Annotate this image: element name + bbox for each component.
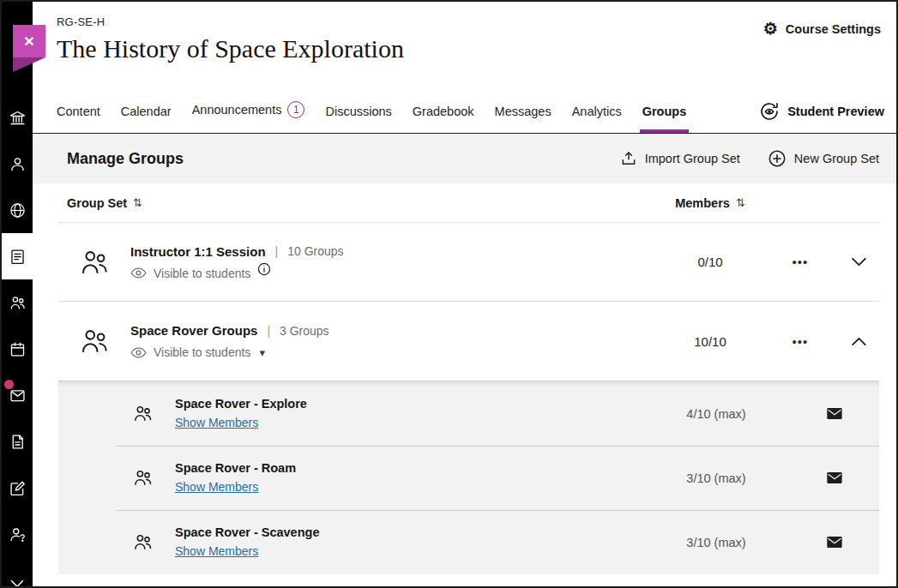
tab-gradebook[interactable]: Gradebook bbox=[413, 105, 474, 133]
group-icon bbox=[132, 467, 154, 489]
sidebar-item-institution[interactable] bbox=[2, 94, 33, 141]
course-header: RG-SE-H The History of Space Exploration… bbox=[33, 2, 896, 89]
group-icon bbox=[132, 403, 154, 424]
sidebar-nav bbox=[2, 94, 33, 557]
new-group-set-button[interactable]: New Group Set bbox=[768, 149, 879, 168]
eye-icon bbox=[130, 347, 147, 358]
sidebar-item-organizations[interactable] bbox=[2, 187, 33, 233]
group-set-row: Space Rover Groups | 3 Groups Visible to… bbox=[58, 302, 879, 381]
course-title: The History of Space Exploration bbox=[57, 34, 404, 63]
tab-content[interactable]: Content bbox=[57, 105, 100, 133]
show-members-link[interactable]: Show Members bbox=[175, 480, 258, 494]
sidebar-collapse-button[interactable] bbox=[2, 579, 33, 588]
group-table-header: Group Set ⇅ Members ⇅ bbox=[58, 183, 879, 223]
group-members-count: 3/10 (max) bbox=[643, 536, 789, 549]
group-count: 10 Groups bbox=[287, 244, 343, 258]
sort-members-button[interactable]: Members ⇅ bbox=[675, 196, 745, 210]
chevron-down-icon bbox=[851, 257, 867, 267]
envelope-icon bbox=[827, 537, 842, 548]
ellipsis-icon: ••• bbox=[793, 334, 809, 349]
show-members-link[interactable]: Show Members bbox=[175, 544, 258, 558]
tab-announcements[interactable]: Announcements 1 bbox=[192, 101, 305, 133]
compose-icon bbox=[9, 479, 27, 497]
app-window: ✕ bbox=[0, 0, 898, 588]
announcements-count-badge: 1 bbox=[287, 101, 304, 118]
student-preview-icon bbox=[759, 101, 780, 122]
community-icon bbox=[9, 294, 27, 312]
course-settings-button[interactable]: ⚙ Course Settings bbox=[763, 21, 881, 37]
group-name: Space Rover - Explore bbox=[175, 397, 643, 411]
messages-icon bbox=[9, 387, 27, 405]
close-icon: ✕ bbox=[23, 33, 34, 50]
sidebar-item-help[interactable] bbox=[2, 511, 33, 557]
close-button-fold bbox=[13, 57, 45, 72]
show-members-link[interactable]: Show Members bbox=[175, 416, 258, 429]
message-group-button[interactable] bbox=[789, 537, 879, 548]
tab-groups[interactable]: Groups bbox=[642, 105, 687, 133]
course-settings-label: Course Settings bbox=[786, 22, 881, 36]
caret-down-icon: ▾ bbox=[259, 346, 265, 359]
sidebar-item-documents[interactable] bbox=[2, 418, 33, 465]
group-set-name[interactable]: Instructor 1:1 Session bbox=[130, 244, 266, 259]
group-count: 3 Groups bbox=[280, 324, 329, 338]
group-members-count: 4/10 (max) bbox=[643, 407, 789, 421]
sidebar-item-profile[interactable] bbox=[2, 141, 33, 187]
sidebar-item-messages[interactable] bbox=[2, 372, 33, 418]
eye-icon bbox=[130, 267, 147, 279]
profile-icon bbox=[9, 155, 27, 173]
group-set-row: Instructor 1:1 Session | 10 Groups Visib… bbox=[58, 223, 879, 302]
gear-icon: ⚙ bbox=[763, 21, 778, 37]
calendar-icon bbox=[9, 340, 27, 358]
message-group-button[interactable] bbox=[789, 408, 879, 419]
group-members-count: 3/10 (max) bbox=[643, 471, 789, 485]
courses-icon bbox=[9, 248, 27, 266]
sidebar-item-courses[interactable] bbox=[2, 233, 33, 279]
documents-icon bbox=[9, 433, 27, 451]
group-set-icon bbox=[78, 325, 111, 357]
page-title: Manage Groups bbox=[67, 150, 184, 168]
visibility-dropdown[interactable]: Visible to students ▾ bbox=[130, 345, 265, 359]
group-set-icon bbox=[78, 246, 111, 279]
tab-discussions[interactable]: Discussions bbox=[325, 105, 391, 133]
group-row: Space Rover - Roam Show Members 3/10 (ma… bbox=[58, 446, 879, 510]
group-name: Space Rover - Roam bbox=[175, 461, 643, 475]
options-menu-button[interactable]: ••• bbox=[762, 334, 839, 349]
info-icon[interactable] bbox=[257, 262, 271, 276]
course-code: RG-SE-H bbox=[57, 15, 404, 28]
expanded-groups-panel: Space Rover - Explore Show Members 4/10 … bbox=[58, 381, 879, 574]
tab-calendar[interactable]: Calendar bbox=[121, 105, 172, 133]
import-icon bbox=[620, 150, 637, 167]
members-count: 10/10 bbox=[659, 334, 762, 349]
visibility-control[interactable]: Visible to students bbox=[130, 267, 250, 280]
message-group-button[interactable] bbox=[789, 472, 879, 483]
members-count: 0/10 bbox=[659, 255, 762, 269]
group-icon bbox=[132, 531, 154, 553]
sidebar-item-calendar[interactable] bbox=[2, 326, 33, 372]
group-set-name[interactable]: Space Rover Groups bbox=[130, 323, 257, 338]
tab-analytics[interactable]: Analytics bbox=[572, 105, 622, 133]
main-content: RG-SE-H The History of Space Exploration… bbox=[33, 2, 896, 586]
group-row: Space Rover - Scavenge Show Members 3/10… bbox=[58, 510, 879, 574]
institution-icon bbox=[9, 109, 27, 127]
expand-chevron-button[interactable] bbox=[839, 257, 879, 267]
import-group-set-button[interactable]: Import Group Set bbox=[620, 150, 740, 167]
group-name: Space Rover - Scavenge bbox=[175, 525, 643, 539]
global-sidebar: ✕ bbox=[2, 2, 33, 586]
student-preview-button[interactable]: Student Preview bbox=[759, 101, 884, 133]
group-row: Space Rover - Explore Show Members 4/10 … bbox=[58, 381, 879, 446]
globe-icon bbox=[9, 201, 27, 219]
options-menu-button[interactable]: ••• bbox=[762, 255, 839, 269]
envelope-icon bbox=[827, 408, 842, 419]
sidebar-item-compose[interactable] bbox=[2, 465, 33, 511]
sort-group-set-button[interactable]: Group Set ⇅ bbox=[58, 196, 142, 210]
sort-icon: ⇅ bbox=[736, 196, 745, 209]
student-preview-label: Student Preview bbox=[787, 105, 884, 118]
sidebar-item-community[interactable] bbox=[2, 279, 33, 326]
collapse-chevron-button[interactable] bbox=[839, 337, 879, 346]
close-course-button[interactable]: ✕ bbox=[13, 25, 45, 57]
chevron-up-icon bbox=[851, 337, 867, 346]
plus-circle-icon bbox=[768, 149, 787, 168]
tab-messages[interactable]: Messages bbox=[495, 105, 551, 133]
envelope-icon bbox=[827, 472, 842, 483]
messages-unread-badge bbox=[4, 380, 14, 389]
